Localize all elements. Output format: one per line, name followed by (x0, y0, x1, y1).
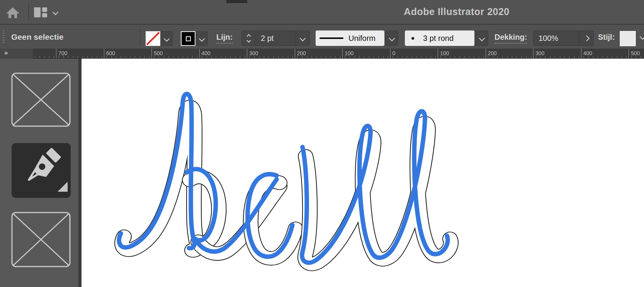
ruler-label: 200 (297, 50, 306, 56)
panel-divider[interactable] (78, 59, 82, 287)
ruler-minor-tick (545, 56, 545, 58)
fill-none-swatch-button[interactable] (146, 31, 160, 46)
ruler-minor-tick (340, 56, 340, 58)
ruler-major-tick (438, 49, 438, 58)
style-swatch-button[interactable] (619, 30, 636, 47)
chevron-up-icon (246, 34, 251, 38)
ruler-minor-tick (426, 56, 427, 58)
ruler-major-tick (56, 49, 56, 58)
arrange-documents-button[interactable] (34, 7, 63, 18)
ruler-minor-tick (126, 56, 126, 58)
empty-tool-slot-bottom[interactable] (11, 212, 71, 267)
ruler-minor-tick (359, 56, 360, 58)
ruler-major-tick (199, 49, 200, 58)
artboard-canvas[interactable] (82, 59, 644, 287)
profile-value: Uniform (348, 34, 376, 43)
stroke-weight-label[interactable]: Lijn: (216, 33, 233, 44)
titlebar-notch (226, 0, 247, 3)
ruler-minor-tick (455, 56, 455, 58)
ruler-minor-tick (192, 56, 193, 58)
brush-definition-select[interactable]: • 3 pt rond (405, 30, 474, 46)
ruler-major-tick (104, 49, 104, 58)
pen-tool-button[interactable] (12, 143, 71, 198)
ruler-major-tick (151, 49, 152, 58)
ruler-collapse-button[interactable]: » (0, 49, 33, 59)
ruler-minor-tick (612, 56, 612, 58)
ruler-minor-tick (459, 56, 460, 58)
ruler-minor-tick (593, 56, 593, 58)
ruler-minor-tick (402, 56, 403, 58)
ruler-minor-tick (416, 56, 417, 58)
ruler-minor-tick (550, 56, 551, 58)
stroke-square-icon (186, 36, 191, 41)
stroke-weight-input[interactable]: 2 pt (256, 31, 296, 46)
stroke-color-swatch-button[interactable] (181, 31, 195, 46)
ruler-minor-tick (292, 56, 293, 58)
ruler-minor-tick (464, 56, 465, 58)
ruler-minor-tick (216, 56, 216, 58)
ruler-label: 0 (393, 50, 396, 56)
ruler-minor-tick (226, 56, 226, 58)
ruler-minor-tick (164, 56, 164, 58)
ruler-minor-tick (412, 56, 412, 58)
opacity-label[interactable]: Dekking: (494, 33, 527, 44)
ruler-minor-tick (140, 56, 140, 58)
chevron-down-icon (199, 35, 205, 42)
ruler-minor-tick (321, 56, 321, 58)
ruler-minor-tick (49, 56, 49, 58)
ruler-minor-tick (526, 56, 527, 58)
ruler-minor-tick (221, 56, 221, 58)
ruler-label: 700 (58, 50, 67, 56)
home-button[interactable] (5, 4, 21, 20)
ruler-minor-tick (364, 56, 364, 58)
ruler-major-tick (390, 49, 391, 58)
ruler-minor-tick (268, 56, 269, 58)
ruler-label: 500 (154, 50, 163, 56)
ruler-minor-tick (240, 56, 240, 58)
ruler-minor-tick (421, 56, 421, 58)
ruler-minor-tick (579, 56, 579, 58)
stroke-weight-group: 2 pt (241, 30, 310, 46)
stroke-weight-stepper[interactable] (242, 31, 256, 46)
ruler-minor-tick (73, 56, 73, 58)
ruler-minor-tick (335, 56, 336, 58)
empty-tool-slot-top[interactable] (11, 73, 71, 127)
ruler-minor-tick (168, 56, 169, 58)
ruler-minor-tick (278, 56, 279, 58)
stroke-dropdown-button[interactable] (195, 31, 208, 46)
fill-dropdown-button[interactable] (160, 31, 173, 46)
ruler-label: 300 (249, 50, 258, 56)
ruler-minor-tick (178, 56, 178, 58)
ruler-minor-tick (311, 56, 312, 58)
opacity-input[interactable]: 100% (534, 31, 579, 46)
chevron-down-icon (389, 35, 395, 41)
opacity-expand-button[interactable] (579, 31, 593, 46)
ruler-minor-tick (116, 56, 116, 58)
chevron-down-icon[interactable] (640, 34, 644, 40)
ruler-minor-tick (187, 56, 188, 58)
ruler-minor-tick (522, 56, 522, 58)
ruler-minor-tick (598, 56, 598, 58)
tools-panel (0, 59, 78, 287)
style-label: Stijl: (598, 33, 615, 42)
ruler-minor-tick (197, 56, 197, 58)
chevron-down-icon (300, 35, 306, 41)
ruler-minor-tick (149, 56, 150, 58)
ruler-label: 400 (202, 50, 211, 56)
control-divider (140, 28, 141, 46)
ruler-minor-tick (183, 56, 183, 58)
ruler-minor-tick (617, 56, 617, 58)
panel-grip-handle[interactable] (3, 30, 5, 44)
stroke-profile-select[interactable]: Uniform (316, 30, 384, 46)
horizontal-ruler[interactable]: 7006005004003002001000100200300400500 » (0, 49, 644, 59)
profile-dropdown-button[interactable] (385, 30, 398, 46)
ruler-minor-tick (383, 56, 384, 58)
brush-dropdown-button[interactable] (475, 30, 488, 46)
chevron-right-icon (583, 35, 590, 41)
stroke-weight-dropdown-button[interactable] (296, 31, 309, 46)
ruler-minor-tick (54, 56, 54, 58)
ruler-minor-tick (307, 56, 307, 58)
ruler-minor-tick (369, 56, 369, 58)
ruler-minor-tick (97, 56, 97, 58)
ruler-minor-tick (450, 56, 450, 58)
